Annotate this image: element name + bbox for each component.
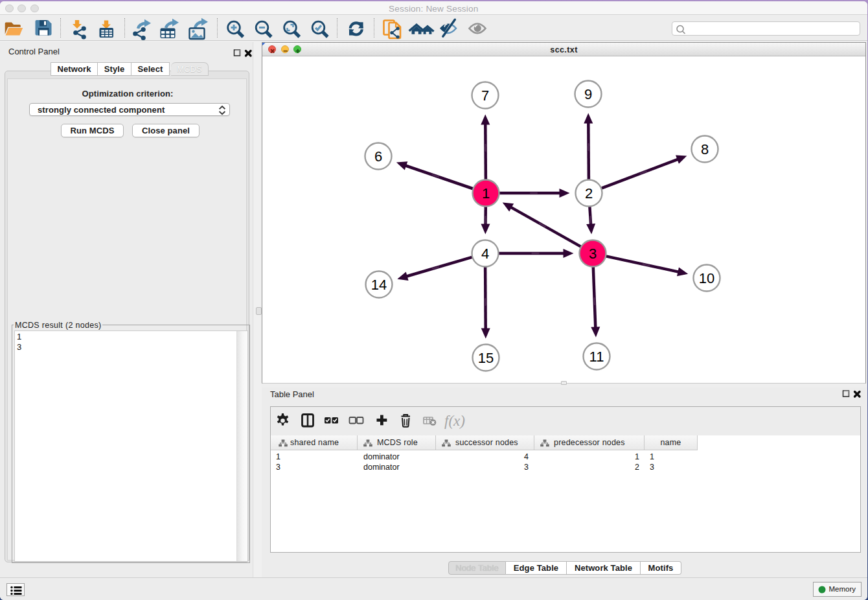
svg-text:8: 8: [701, 141, 709, 157]
svg-text:6: 6: [374, 148, 382, 165]
svg-text:7: 7: [481, 87, 489, 104]
svg-text:11: 11: [589, 349, 604, 365]
svg-text:9: 9: [584, 86, 592, 102]
svg-text:15: 15: [478, 350, 494, 366]
svg-text:1: 1: [482, 185, 490, 202]
svg-text:3: 3: [589, 246, 597, 262]
svg-text:14: 14: [371, 277, 387, 293]
svg-text:2: 2: [585, 185, 593, 202]
svg-text:f(x): f(x): [444, 412, 465, 428]
svg-text:4: 4: [481, 246, 489, 262]
svg-text:10: 10: [699, 270, 714, 286]
